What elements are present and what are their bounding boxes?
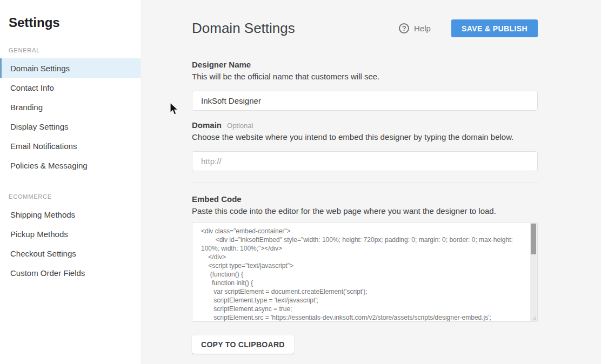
domain-section: DomainOptional Choose the website where …	[192, 120, 538, 171]
designer-name-description: This will be the official name that cust…	[192, 72, 538, 81]
page-title: Domain Settings	[192, 20, 295, 37]
domain-label: DomainOptional	[192, 120, 538, 130]
help-label: Help	[414, 24, 431, 33]
sidebar-item-policies-messaging[interactable]: Policies & Messaging	[0, 156, 141, 175]
domain-input[interactable]	[192, 151, 538, 171]
embed-code-textarea[interactable]: <div class="embed-container"> <div id="i…	[192, 222, 538, 322]
sidebar-item-label: Checkout Settings	[10, 249, 76, 258]
sidebar-item-domain-settings[interactable]: Domain Settings	[0, 58, 141, 78]
sidebar-item-label: Contact Info	[10, 83, 54, 92]
domain-description: Choose the website where you intend to e…	[192, 132, 538, 141]
section-divider	[192, 183, 538, 183]
sidebar-item-label: Shipping Methods	[10, 210, 75, 219]
embed-code-description: Paste this code into the editor for the …	[192, 206, 538, 215]
sidebar-item-display-settings[interactable]: Display Settings	[0, 117, 141, 136]
embed-code-section: Embed Code Paste this code into the edit…	[192, 194, 538, 354]
sidebar-item-branding[interactable]: Branding	[0, 97, 141, 117]
sidebar-section-ecommerce: ECOMMERCE	[0, 193, 141, 200]
embed-code-label: Embed Code	[192, 194, 538, 204]
domain-optional-badge: Optional	[227, 122, 253, 130]
embed-code-content: <div class="embed-container"> <div id="i…	[192, 223, 537, 322]
page-header: Domain Settings ? Help SAVE & PUBLISH	[192, 19, 538, 37]
help-question-icon: ?	[399, 23, 409, 33]
help-button[interactable]: ? Help	[399, 23, 431, 33]
main-content: Domain Settings ? Help SAVE & PUBLISH De…	[141, 0, 601, 364]
sidebar-item-shipping-methods[interactable]: Shipping Methods	[0, 205, 141, 224]
settings-sidebar: Settings GENERAL Domain Settings Contact…	[0, 0, 141, 364]
sidebar-item-checkout-settings[interactable]: Checkout Settings	[0, 244, 141, 263]
sidebar-item-label: Custom Order Fields	[10, 268, 85, 278]
embed-code-scrollbar-track[interactable]	[530, 223, 537, 321]
sidebar-item-label: Policies & Messaging	[10, 161, 88, 170]
sidebar-item-custom-order-fields[interactable]: Custom Order Fields	[0, 263, 141, 282]
sidebar-item-pickup-methods[interactable]: Pickup Methods	[0, 224, 141, 244]
designer-name-input[interactable]	[192, 91, 538, 111]
save-publish-button[interactable]: SAVE & PUBLISH	[451, 19, 538, 37]
sidebar-title: Settings	[0, 0, 141, 30]
sidebar-section-general: GENERAL	[0, 47, 141, 53]
sidebar-item-label: Pickup Methods	[10, 230, 68, 239]
sidebar-item-contact-info[interactable]: Contact Info	[0, 78, 141, 97]
copy-to-clipboard-button[interactable]: COPY TO CLIPBOARD	[192, 335, 294, 354]
sidebar-item-label: Email Notifications	[10, 141, 77, 151]
embed-code-scrollbar-thumb[interactable]	[531, 224, 536, 254]
sidebar-item-label: Branding	[10, 103, 43, 112]
designer-name-section: Designer Name This will be the official …	[192, 60, 538, 111]
sidebar-item-email-notifications[interactable]: Email Notifications	[0, 136, 141, 156]
sidebar-item-label: Domain Settings	[10, 64, 70, 73]
designer-name-label: Designer Name	[192, 60, 538, 69]
sidebar-item-label: Display Settings	[10, 122, 69, 131]
resize-grip-icon[interactable]	[531, 315, 536, 320]
domain-label-text: Domain	[192, 120, 222, 130]
